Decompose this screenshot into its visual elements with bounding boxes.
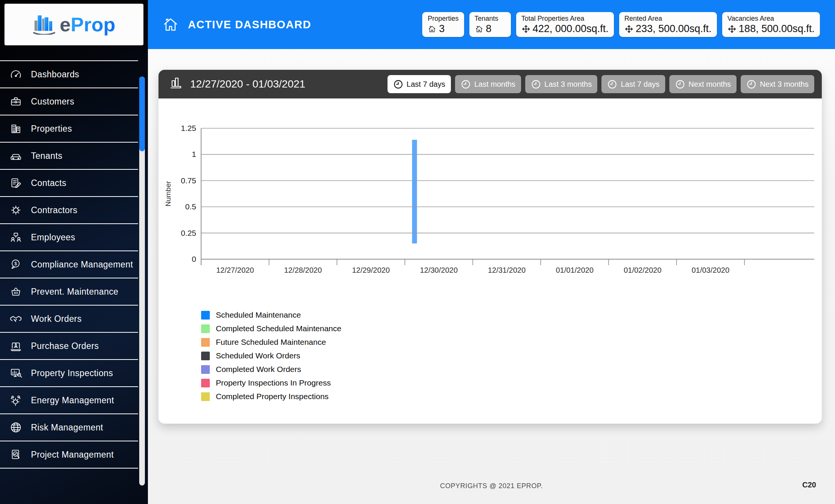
dollar-chat-icon: $ (9, 258, 23, 271)
stat-card-properties: Properties3 (422, 12, 464, 37)
y-axis-title: Number (164, 181, 172, 206)
chart-bar-scheduled-maintenance[interactable] (412, 140, 417, 244)
x-tick-label: 01/03/2020 (692, 266, 729, 274)
sidebar-item-label: Risk Management (31, 423, 103, 433)
legend-swatch (201, 379, 210, 387)
date-range-wrap: 12/27/2020 - 01/03/2021 (168, 75, 305, 93)
y-tick-label: 0.75 (181, 176, 196, 185)
sidebar-item-customers[interactable]: Customers (0, 88, 138, 115)
home-icon (475, 25, 484, 34)
sidebar-scrollbar[interactable] (139, 77, 145, 486)
y-tick-label: 1.25 (181, 124, 196, 132)
sidebar-item-label: Energy Management (31, 395, 114, 406)
laptop-rocket-icon (9, 339, 23, 353)
x-tick-label: 01/01/2020 (556, 266, 594, 274)
sidebar-item-property-inspections[interactable]: Property Inspections (0, 360, 138, 387)
monitor-search-icon (9, 366, 23, 380)
sidebar-item-contractors[interactable]: Contractors (0, 197, 138, 224)
app-root: eProp DashboardsCustomersPropertiesTenan… (0, 0, 835, 504)
sidebar-item-properties[interactable]: Properties (0, 115, 138, 143)
legend-item-scheduled-work-orders[interactable]: Scheduled Work Orders (201, 349, 822, 363)
x-tick-label: 12/27/2020 (216, 266, 254, 274)
copyright-text: COPYRIGHTS @ 2021 EPROP. (440, 482, 543, 490)
stat-card-tenants: Tenants8 (469, 12, 511, 37)
move-icon (727, 25, 737, 34)
y-tick-label: 0.5 (185, 202, 196, 211)
legend-swatch (201, 352, 210, 360)
stat-value: 3 (439, 23, 444, 35)
sidebar-item-dashboards[interactable]: Dashboards (0, 61, 138, 88)
sidebar-item-purchase-orders[interactable]: Purchase Orders (0, 333, 138, 360)
x-tick-label: 12/30/2020 (420, 266, 458, 274)
legend-label: Completed Work Orders (216, 365, 301, 374)
note-pencil-icon (9, 176, 23, 190)
filter-last-7-days-button[interactable]: Last 7 days (601, 75, 665, 93)
filter-label: Next months (689, 80, 731, 89)
stat-card-total-properties-area: Total Properties Area422, 000.00sq.ft. (516, 12, 614, 37)
chart-card: 12/27/2020 - 01/03/2021 Last 7 daysLast … (158, 70, 822, 424)
logo[interactable]: eProp (4, 3, 144, 46)
chart-legend: Scheduled MaintenanceCompleted Scheduled… (201, 308, 822, 403)
filter-last-3-months-button[interactable]: Last 3 months (525, 75, 598, 93)
legend-item-completed-scheduled-maintenance[interactable]: Completed Scheduled Maintenance (201, 322, 822, 335)
stat-value: 188, 500.00sq.ft. (739, 23, 815, 35)
filter-label: Last 7 days (407, 80, 445, 89)
sidebar-item-prevent-maintenance[interactable]: Prevent. Maintenance (0, 278, 138, 306)
legend-item-scheduled-maintenance[interactable]: Scheduled Maintenance (201, 308, 822, 322)
buildings-icon (9, 122, 23, 135)
home-icon (427, 25, 437, 34)
y-tick-label: 0.25 (181, 229, 196, 237)
sidebar-item-compliance-management[interactable]: $Compliance Management (0, 251, 138, 278)
filter-last-7-days-active-button[interactable]: Last 7 days (388, 75, 451, 93)
legend-swatch (201, 338, 210, 347)
legend-label: Completed Property Inspections (216, 392, 329, 401)
sidebar-item-energy-management[interactable]: Energy Management (0, 387, 138, 414)
filter-last-months-button[interactable]: Last months (455, 75, 521, 93)
legend-item-completed-property-inspections[interactable]: Completed Property Inspections (201, 390, 822, 403)
car-icon (9, 149, 23, 163)
filter-label: Last 7 days (621, 80, 659, 89)
topbar-title-wrap: ACTIVE DASHBOARD (161, 15, 311, 34)
filter-label: Next 3 months (760, 80, 809, 89)
stat-title: Rented Area (624, 15, 712, 23)
clock-icon (607, 79, 617, 89)
chart-card-header: 12/27/2020 - 01/03/2021 Last 7 daysLast … (158, 70, 822, 98)
sidebar-item-tenants[interactable]: Tenants (0, 143, 138, 170)
sidebar-item-label: Contractors (31, 205, 77, 215)
chart-body: 00.250.50.7511.2512/27/202012/28/202012/… (158, 98, 822, 403)
legend-item-future-scheduled-maintenance[interactable]: Future Scheduled Maintenance (201, 335, 822, 349)
clock-icon (531, 79, 541, 89)
sidebar-item-employees[interactable]: Employees (0, 224, 138, 251)
legend-swatch (201, 392, 210, 401)
gear-people-icon (9, 393, 23, 407)
svg-text:$: $ (14, 261, 17, 266)
home-icon (161, 15, 180, 34)
legend-item-property-inspections-in-progress[interactable]: Property Inspections In Progress (201, 376, 822, 390)
filter-buttons: Last 7 daysLast monthsLast 3 monthsLast … (388, 75, 814, 93)
y-tick-label: 1 (192, 150, 196, 158)
stat-cards: Properties3Tenants8Total Properties Area… (422, 12, 820, 37)
sidebar-item-label: Work Orders (31, 314, 82, 324)
stat-value: 422, 000.00sq.ft. (533, 23, 609, 35)
stat-title: Properties (427, 15, 458, 23)
sidebar-item-label: Compliance Management (31, 260, 133, 270)
sidebar-scrollbar-thumb[interactable] (139, 77, 145, 151)
stat-value: 8 (486, 23, 492, 35)
sidebar-item-work-orders[interactable]: Work Orders (0, 306, 138, 333)
stat-title: Tenants (475, 15, 506, 23)
sidebar-item-risk-management[interactable]: Risk Management (0, 414, 138, 441)
team-icon (9, 230, 23, 244)
sidebar-item-label: Customers (31, 97, 74, 107)
sidebar-menu: DashboardsCustomersPropertiesTenantsCont… (0, 60, 138, 469)
stat-card-vacancies-area: Vacancies Area188, 500.00sq.ft. (722, 12, 820, 37)
clock-icon (461, 79, 471, 89)
legend-label: Future Scheduled Maintenance (216, 338, 326, 347)
sidebar-item-label: Properties (31, 124, 72, 134)
filter-next-3-months-button[interactable]: Next 3 months (741, 75, 814, 93)
legend-item-completed-work-orders[interactable]: Completed Work Orders (201, 363, 822, 376)
legend-label: Scheduled Work Orders (216, 351, 300, 360)
sidebar-item-contacts[interactable]: Contacts (0, 170, 138, 197)
x-tick-label: 12/29/2020 (352, 266, 390, 274)
filter-next-months-button[interactable]: Next months (669, 75, 737, 93)
sidebar-item-project-management[interactable]: Project Management (0, 441, 138, 469)
